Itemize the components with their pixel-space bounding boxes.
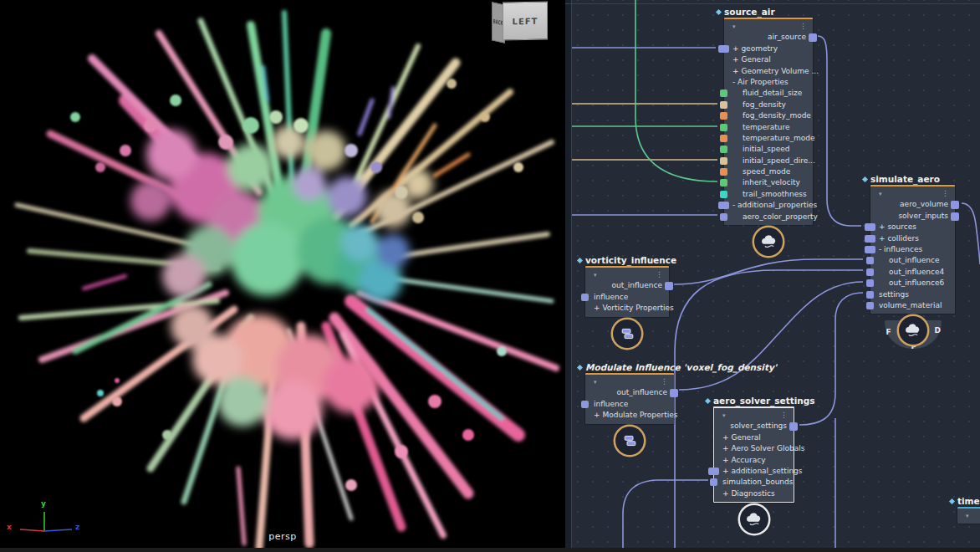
input-port-multi[interactable] bbox=[865, 246, 875, 253]
port-row--vorticity-properties[interactable]: + Vorticity Properties bbox=[585, 303, 669, 314]
input-port-orange[interactable] bbox=[720, 135, 727, 142]
input-port-multi[interactable] bbox=[718, 45, 729, 53]
port-row-fluid-detail-size[interactable]: fluid_detail_size bbox=[724, 88, 813, 99]
input-port-lavender[interactable] bbox=[581, 401, 589, 408]
fan-button-f[interactable]: F bbox=[886, 328, 891, 336]
node-header-row[interactable]: ▾⋮ bbox=[957, 510, 980, 521]
output-port-lavender[interactable] bbox=[789, 422, 798, 431]
input-port-tan[interactable] bbox=[720, 101, 727, 109]
node-menu-icon[interactable]: ⋮ bbox=[661, 376, 668, 387]
port-row--accuracy[interactable]: + Accuracy bbox=[714, 455, 794, 466]
node-title[interactable]: source_air bbox=[724, 6, 813, 18]
node-header-row[interactable]: ▾⋮ bbox=[585, 269, 669, 280]
view-cube[interactable]: BACK LEFT bbox=[492, 0, 550, 43]
input-port-lavender[interactable] bbox=[866, 302, 874, 309]
input-port-orange[interactable] bbox=[720, 112, 727, 120]
input-port-lavender[interactable] bbox=[710, 478, 717, 486]
input-port-multi[interactable] bbox=[865, 235, 875, 243]
collapse-chevron-icon[interactable]: ▾ bbox=[966, 513, 969, 519]
port-row-out-influence[interactable]: out_influence bbox=[870, 255, 955, 266]
input-port-green[interactable] bbox=[720, 179, 727, 187]
node-menu-icon[interactable]: ⋮ bbox=[942, 188, 949, 199]
input-port-orange[interactable] bbox=[720, 168, 727, 176]
cloud-badge[interactable] bbox=[899, 316, 927, 345]
node-header-row[interactable]: ▾⋮ bbox=[870, 188, 955, 199]
node-body[interactable]: ▾⋮out_influenceinfluence+ Vorticity Prop… bbox=[585, 266, 669, 317]
port-row-influence[interactable]: influence bbox=[585, 399, 674, 410]
output-port-lavender[interactable] bbox=[670, 389, 678, 397]
node-modulate_influence[interactable]: Modulate Influence 'voxel_fog_density'▾⋮… bbox=[585, 361, 674, 424]
node-simulate_aero[interactable]: simulate_aero▾⋮aero_volumesolver_inputs+… bbox=[870, 173, 955, 314]
node-vorticity_influence[interactable]: vorticity_influence▾⋮out_influenceinflue… bbox=[585, 254, 669, 317]
node-header-row[interactable]: ▾⋮ bbox=[585, 376, 674, 387]
port-row--geometry-volume-[interactable]: + Geometry Volume ... bbox=[724, 66, 813, 77]
node-title[interactable]: aero_solver_settings bbox=[713, 395, 794, 406]
node-body[interactable]: ▾⋮aero_volumesolver_inputs+ sources+ col… bbox=[870, 185, 955, 314]
bifrost-graph-editor[interactable]: source_air▾⋮air_source+ geometry+ Genera… bbox=[565, 0, 980, 552]
node-body[interactable]: ▾⋮out_influenceinfluence+ Modulate Prope… bbox=[585, 373, 674, 424]
input-port-lavender[interactable] bbox=[866, 268, 874, 276]
compound-badge[interactable] bbox=[613, 319, 641, 348]
port-row--air-properties[interactable]: - Air Properties bbox=[724, 77, 813, 88]
port-row--influences[interactable]: - influences bbox=[870, 244, 955, 255]
port-row--colliders[interactable]: + colliders bbox=[870, 233, 955, 244]
fan-button-d[interactable]: D bbox=[935, 326, 941, 335]
input-port-lavender[interactable] bbox=[581, 294, 589, 301]
port-row--general[interactable]: + General bbox=[714, 432, 794, 443]
input-port-lavender[interactable] bbox=[866, 291, 874, 299]
input-port-green[interactable] bbox=[720, 146, 727, 153]
node-menu-icon[interactable]: ⋮ bbox=[780, 410, 788, 421]
port-row-inherit-velocity[interactable]: inherit_velocity bbox=[724, 177, 813, 188]
node-menu-icon[interactable]: ⋮ bbox=[799, 21, 807, 32]
port-row-temperature-mode[interactable]: temperature_mode bbox=[724, 133, 813, 144]
collapse-chevron-icon[interactable]: ▾ bbox=[879, 191, 882, 197]
port-row-settings[interactable]: settings bbox=[870, 289, 955, 300]
port-row-out-influence[interactable]: out_influence bbox=[585, 387, 674, 398]
output-port-lavender[interactable] bbox=[809, 33, 817, 42]
input-port-cyan[interactable] bbox=[720, 191, 727, 198]
node-menu-icon[interactable]: ⋮ bbox=[656, 269, 663, 280]
port-row-aero-volume[interactable]: aero_volume bbox=[870, 199, 955, 210]
port-row-air-source[interactable]: air_source bbox=[724, 32, 813, 43]
port-row-out-influence4[interactable]: out_influence4 bbox=[870, 267, 955, 278]
port-row-aero-color-property[interactable]: aero_color_property bbox=[724, 212, 813, 222]
output-port-lavender[interactable] bbox=[665, 282, 673, 290]
input-port-lavender[interactable] bbox=[866, 257, 874, 264]
output-port-lavender[interactable] bbox=[951, 212, 959, 221]
collapse-chevron-icon[interactable]: ▾ bbox=[722, 412, 726, 419]
node-time1[interactable]: time1▾⋮ bbox=[957, 495, 980, 524]
input-port-tan[interactable] bbox=[720, 157, 727, 165]
port-row-fog-density[interactable]: fog_density bbox=[724, 100, 813, 110]
port-row--additional-settings[interactable]: + additional_settings bbox=[714, 466, 794, 477]
port-row-trail-smoothness[interactable]: trail_smoothness bbox=[724, 189, 813, 200]
input-port-lavender[interactable] bbox=[720, 213, 727, 221]
port-row-initial-speed-dire-[interactable]: initial_speed_dire... bbox=[724, 156, 813, 166]
input-port-multi[interactable] bbox=[708, 468, 719, 475]
node-aero_solver_settings[interactable]: aero_solver_settings▾⋮solver_settings+ G… bbox=[713, 395, 794, 503]
node-title[interactable]: Modulate Influence 'voxel_fog_density' bbox=[585, 361, 674, 373]
port-row--sources[interactable]: + sources bbox=[870, 222, 955, 233]
port-row--aero-solver-globals[interactable]: + Aero Solver Globals bbox=[714, 443, 794, 454]
port-row-solver-inputs[interactable]: solver_inputs bbox=[870, 211, 955, 222]
input-port-green[interactable] bbox=[720, 89, 727, 97]
node-header-row[interactable]: ▾⋮ bbox=[714, 410, 794, 421]
port-row-speed-mode[interactable]: speed_mode bbox=[724, 166, 813, 177]
collapse-chevron-icon[interactable]: ▾ bbox=[594, 379, 597, 386]
port-row--geometry[interactable]: + geometry bbox=[724, 43, 813, 54]
node-source_air[interactable]: source_air▾⋮air_source+ geometry+ Genera… bbox=[724, 6, 813, 225]
port-row-out-influence[interactable]: out_influence bbox=[585, 280, 669, 291]
collapse-chevron-icon[interactable]: ▾ bbox=[594, 272, 597, 279]
port-row--general[interactable]: + General bbox=[724, 54, 813, 65]
port-row-temperature[interactable]: temperature bbox=[724, 122, 813, 133]
port-row-simulation-bounds[interactable]: simulation_bounds bbox=[714, 477, 794, 488]
input-port-green[interactable] bbox=[720, 124, 727, 131]
node-body[interactable]: ▾⋮air_source+ geometry+ General+ Geometr… bbox=[724, 18, 813, 225]
cloud-badge[interactable] bbox=[740, 505, 768, 534]
input-port-lavender[interactable] bbox=[866, 279, 874, 287]
viewport-3d[interactable]: BACK LEFT y x z persp bbox=[0, 0, 565, 552]
port-row-fog-density-mode[interactable]: fog_density_mode bbox=[724, 110, 813, 121]
node-body[interactable]: ▾⋮solver_settings+ General+ Aero Solver … bbox=[713, 406, 794, 503]
port-row-out-influence6[interactable]: out_influence6 bbox=[870, 278, 955, 289]
cloud-badge[interactable] bbox=[754, 227, 783, 256]
node-title[interactable]: simulate_aero bbox=[870, 173, 955, 185]
